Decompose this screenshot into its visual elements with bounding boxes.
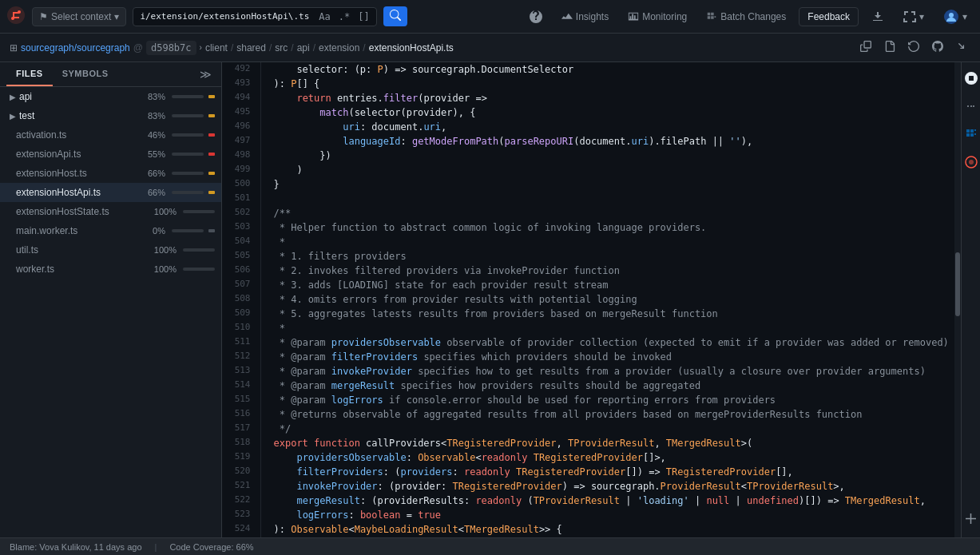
file-name: worker.ts <box>16 264 151 275</box>
status-bar: Blame: Vova Kulikov, 11 days ago | Code … <box>0 537 980 555</box>
line-number: 519 <box>222 450 260 465</box>
line-code: } <box>260 177 954 192</box>
line-number: 522 <box>222 494 260 508</box>
line-code: * Helper function to abstract common log… <box>260 220 954 235</box>
context-selector[interactable]: ⚑ Select context ▾ <box>32 7 126 26</box>
line-number: 515 <box>222 393 260 407</box>
line-number: 505 <box>222 249 260 264</box>
search-button[interactable] <box>383 6 407 26</box>
right-panel-icon-add[interactable] <box>962 509 981 531</box>
blame-info: Blame: Vova Kulikov, 11 days ago <box>10 542 142 552</box>
file-name: extensionHost.ts <box>16 168 145 179</box>
context-label: Select context <box>51 11 111 22</box>
sidebar-folder-test[interactable]: ▶ test 83% <box>0 106 221 125</box>
table-row: 508 * 4. omits errors from provider resu… <box>222 292 954 307</box>
monitoring-label: Monitoring <box>642 11 687 22</box>
breadcrumb-repo[interactable]: sourcegraph/sourcegraph <box>21 42 130 54</box>
coverage-pct: 83% <box>148 111 165 121</box>
history-button[interactable] <box>905 39 922 56</box>
code-editor: 492 selector: (p: P) => sourcegraph.Docu… <box>222 62 954 537</box>
breadcrumb-api[interactable]: api <box>297 42 310 54</box>
copy-path-button[interactable] <box>857 39 875 56</box>
line-code: ): Observable<MaybeLoadingResult<TMerged… <box>260 522 954 537</box>
breadcrumb-commit[interactable]: d598b7c <box>146 41 196 55</box>
search-regex-option: .* <box>339 11 350 22</box>
coverage-bar <box>183 210 215 213</box>
tab-files[interactable]: FILES <box>6 62 53 86</box>
help-button[interactable] <box>523 7 549 26</box>
maximize-panel-button[interactable] <box>953 39 970 56</box>
github-link-button[interactable] <box>929 39 946 56</box>
sidebar-tabs: FILES SYMBOLS ≫ <box>0 62 221 87</box>
line-code: * 5. aggregates latests results from pro… <box>260 307 954 321</box>
coverage-bar <box>172 133 204 137</box>
line-number: 494 <box>222 91 260 105</box>
svg-point-6 <box>969 160 974 165</box>
sidebar-file-util[interactable]: util.ts 100% <box>0 240 221 260</box>
line-number: 501 <box>222 192 260 206</box>
line-code: match(selector(provider), { <box>260 105 954 120</box>
search-text-value: i/extension/extensionHostApi\.ts <box>140 11 309 22</box>
breadcrumb-at: @ <box>133 42 143 54</box>
raw-file-button[interactable] <box>881 39 899 56</box>
line-number: 506 <box>222 264 260 278</box>
sg-logo-icon <box>6 6 26 27</box>
folder-name: test <box>19 110 145 121</box>
batch-changes-button[interactable]: Batch Changes <box>700 8 792 26</box>
breadcrumb-client[interactable]: client <box>205 42 228 54</box>
coverage-bar <box>172 172 204 175</box>
table-row: 501 <box>222 192 954 206</box>
tab-symbols[interactable]: SYMBOLS <box>53 62 118 86</box>
line-code: * @returns observable of aggregated resu… <box>260 407 954 422</box>
coverage-pct: 100% <box>154 264 177 274</box>
sidebar-file-extensionhost[interactable]: extensionHost.ts 66% <box>0 164 221 183</box>
svg-point-0 <box>7 6 25 24</box>
file-name: extensionApi.ts <box>16 149 145 160</box>
line-code: logErrors: boolean = true <box>260 508 954 522</box>
expand-button[interactable]: ▾ <box>897 7 930 26</box>
sidebar-file-extensionhostapi[interactable]: extensionHostApi.ts 66% <box>0 183 221 202</box>
line-number: 512 <box>222 350 260 364</box>
breadcrumb-src[interactable]: src <box>275 42 288 54</box>
right-panel-icon-vscode[interactable] <box>962 125 981 146</box>
coverage-bar <box>172 95 204 98</box>
sidebar-folder-api[interactable]: ▶ api 83% <box>0 87 221 106</box>
coverage-pct: 0% <box>153 226 165 236</box>
coverage-pct: 55% <box>148 149 165 159</box>
right-panel-icon-2[interactable] <box>962 97 981 118</box>
sidebar-file-worker[interactable]: worker.ts 100% <box>0 260 221 279</box>
right-panel-icon-sourcegraph[interactable] <box>962 153 981 174</box>
feedback-button[interactable]: Feedback <box>799 7 859 26</box>
line-number: 508 <box>222 292 260 307</box>
coverage-pct: 66% <box>148 188 165 197</box>
table-row: 499 ) <box>222 163 954 177</box>
right-panel-icon-1[interactable] <box>962 69 981 90</box>
sidebar-file-extensionhoststate[interactable]: extensionHostState.ts 100% <box>0 202 221 221</box>
table-row: 500} <box>222 177 954 192</box>
monitoring-button[interactable]: Monitoring <box>621 8 693 26</box>
coverage-pct: 100% <box>154 245 177 255</box>
sidebar-collapse-button[interactable]: ≫ <box>196 62 215 86</box>
table-row: 510 * <box>222 321 954 335</box>
insights-label: Insights <box>576 11 609 22</box>
sidebar-file-activation[interactable]: activation.ts 46% <box>0 125 221 145</box>
breadcrumb-shared[interactable]: shared <box>236 42 266 54</box>
sidebar-file-mainworker[interactable]: main.worker.ts 0% <box>0 221 221 240</box>
scroll-track[interactable] <box>954 62 961 537</box>
table-row: 502/** <box>222 206 954 220</box>
coverage-bar <box>172 153 204 156</box>
insights-button[interactable]: Insights <box>555 8 615 26</box>
table-row: 505 * 1. filters providers <box>222 249 954 264</box>
download-button[interactable] <box>865 7 891 26</box>
line-number: 502 <box>222 206 260 220</box>
code-content[interactable]: 492 selector: (p: P) => sourcegraph.Docu… <box>222 62 954 537</box>
breadcrumb-extension[interactable]: extension <box>319 42 359 54</box>
svg-point-2 <box>11 17 14 20</box>
line-number: 517 <box>222 422 260 436</box>
user-menu-button[interactable]: ▾ <box>937 6 974 28</box>
chevron-expand-icon: ▾ <box>919 11 924 22</box>
sidebar-file-extensionapi[interactable]: extensionApi.ts 55% <box>0 145 221 164</box>
coverage-info: Code Coverage: 66% <box>169 542 253 552</box>
breadcrumb-chevron-icon: › <box>200 43 202 52</box>
table-row: 504 * <box>222 235 954 249</box>
